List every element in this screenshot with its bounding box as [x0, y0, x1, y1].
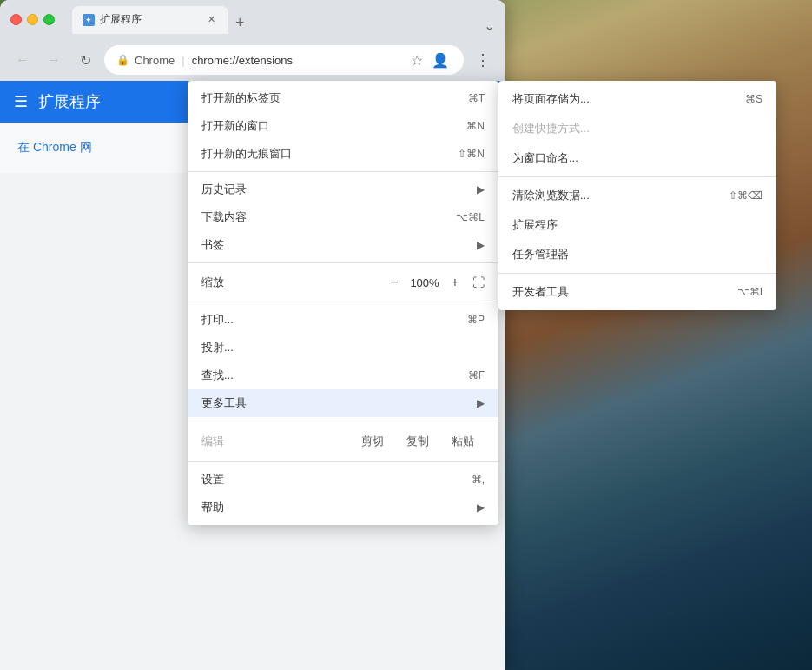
zoom-value: 100%	[408, 276, 441, 289]
menu-item-cast[interactable]: 投射...	[188, 334, 498, 362]
menu-item-help[interactable]: 帮助 ▶	[188, 494, 498, 521]
hamburger-icon[interactable]: ☰	[14, 92, 28, 111]
arrow-icon-help: ▶	[477, 501, 485, 514]
zoom-controls: − 100% +	[384, 272, 465, 293]
tab-favicon: ✦	[83, 14, 95, 26]
fullscreen-icon[interactable]: ⛶	[472, 275, 485, 289]
title-bar: ✦ 扩展程序 ✕ + ⌄	[0, 0, 505, 39]
menu-separator-2	[188, 262, 498, 263]
page-title: 扩展程序	[38, 91, 101, 112]
arrow-icon-more-tools: ▶	[477, 397, 485, 409]
bookmark-button[interactable]: ☆	[408, 50, 426, 71]
tab-bar: ✦ 扩展程序 ✕ + ⌄	[72, 6, 495, 34]
menu-separator-3	[188, 302, 498, 302]
menu-separator-1	[188, 171, 498, 172]
edit-actions: 剪切 复制 粘贴	[351, 430, 485, 453]
reload-button[interactable]: ↻	[73, 48, 97, 72]
cut-button[interactable]: 剪切	[351, 430, 394, 453]
paste-button[interactable]: 粘贴	[441, 430, 485, 453]
submenu-item-devtools[interactable]: 开发者工具 ⌥⌘I	[498, 277, 776, 307]
more-tools-submenu: 将页面存储为... ⌘S 创建快捷方式... 为窗口命名... 清除浏览数据..…	[498, 81, 776, 310]
menu-item-print[interactable]: 打印... ⌘P	[188, 306, 498, 334]
menu-item-new-window[interactable]: 打开新的窗口 ⌘N	[188, 112, 498, 140]
menu-item-incognito[interactable]: 打开新的无痕窗口 ⇧⌘N	[188, 140, 498, 168]
menu-separator-5	[188, 461, 498, 462]
submenu-item-task-manager[interactable]: 任务管理器	[498, 240, 776, 269]
menu-item-bookmarks[interactable]: 书签 ▶	[188, 231, 498, 259]
url-actions: ☆ 👤	[408, 50, 452, 71]
chrome-menu-button[interactable]: ⋮	[471, 48, 495, 72]
traffic-lights	[10, 14, 55, 25]
zoom-in-button[interactable]: +	[445, 272, 465, 293]
menu-item-downloads[interactable]: 下载内容 ⌥⌘L	[188, 203, 498, 231]
submenu-separator-1	[498, 176, 776, 177]
close-traffic-light[interactable]	[10, 14, 22, 25]
submenu-item-save-page[interactable]: 将页面存储为... ⌘S	[498, 84, 776, 114]
url-bar[interactable]: 🔒 Chrome | chrome://extensions ☆ 👤	[104, 45, 464, 75]
submenu-item-clear-data[interactable]: 清除浏览数据... ⇧⌘⌫	[498, 181, 776, 210]
copy-button[interactable]: 复制	[396, 430, 439, 453]
address-bar: ← → ↻ 🔒 Chrome | chrome://extensions ☆ 👤…	[0, 39, 505, 81]
tab-menu-button[interactable]: ⌄	[484, 17, 495, 34]
submenu-item-create-shortcut: 创建快捷方式...	[498, 114, 776, 143]
url-chrome-label: Chrome	[135, 54, 175, 67]
main-menu: 打开新的标签页 ⌘T 打开新的窗口 ⌘N 打开新的无痕窗口 ⇧⌘N 历史记录 ▶…	[188, 81, 498, 525]
url-separator: |	[182, 54, 184, 67]
submenu-separator-2	[498, 273, 776, 274]
new-tab-button[interactable]: +	[228, 14, 252, 32]
arrow-icon-bookmarks: ▶	[477, 239, 485, 251]
chrome-link-text[interactable]: 在 Chrome 网	[17, 140, 92, 154]
menu-item-new-tab[interactable]: 打开新的标签页 ⌘T	[188, 84, 498, 112]
submenu-item-name-window[interactable]: 为窗口命名...	[498, 143, 776, 173]
submenu-item-extensions[interactable]: 扩展程序	[498, 210, 776, 240]
back-button[interactable]: ←	[10, 48, 35, 72]
menu-item-history[interactable]: 历史记录 ▶	[188, 176, 498, 203]
profile-button[interactable]: 👤	[429, 50, 452, 71]
minimize-traffic-light[interactable]	[27, 14, 38, 25]
security-icon: 🔒	[116, 54, 129, 66]
menu-separator-4	[188, 421, 498, 421]
menu-item-edit: 编辑 剪切 复制 粘贴	[188, 425, 498, 458]
zoom-out-button[interactable]: −	[384, 272, 405, 293]
menu-item-more-tools[interactable]: 更多工具 ▶	[188, 389, 498, 417]
url-path: chrome://extensions	[192, 54, 293, 67]
maximize-traffic-light[interactable]	[43, 14, 55, 25]
arrow-icon-history: ▶	[477, 183, 485, 196]
tab-close-button[interactable]: ✕	[204, 13, 218, 27]
active-tab[interactable]: ✦ 扩展程序 ✕	[72, 6, 228, 34]
forward-button[interactable]: →	[42, 48, 66, 72]
menu-item-zoom[interactable]: 缩放 − 100% + ⛶	[188, 267, 498, 298]
menu-item-settings[interactable]: 设置 ⌘,	[188, 466, 498, 494]
tab-title: 扩展程序	[100, 12, 142, 27]
menu-item-find[interactable]: 查找... ⌘F	[188, 362, 498, 389]
